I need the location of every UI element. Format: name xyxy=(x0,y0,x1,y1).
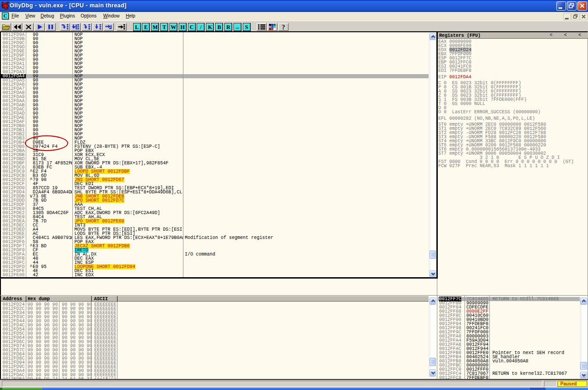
svg-text:?: ? xyxy=(282,24,285,31)
